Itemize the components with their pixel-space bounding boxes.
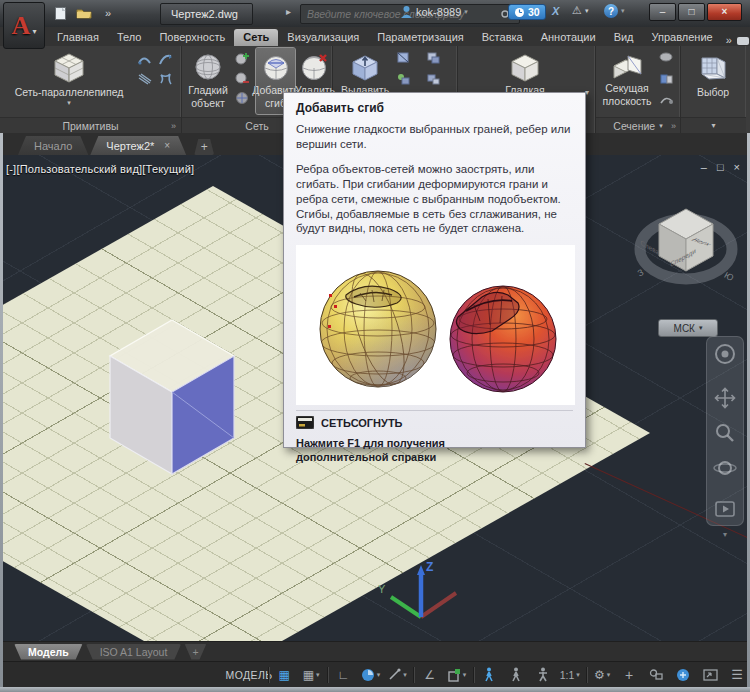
object-snap-tracking-toggle[interactable]: ∠ — [417, 665, 443, 685]
panel-selection: Выбор ▾ — [681, 46, 746, 133]
layout-tab-iso-a1[interactable]: ISO A1 Layout — [86, 644, 182, 660]
selection-button[interactable]: Выбор — [685, 48, 741, 114]
stay-connected-icon[interactable]: ⚠▾ — [572, 4, 588, 17]
panel-expand-icon[interactable]: » — [171, 121, 176, 131]
smooth-object-icon — [193, 52, 223, 82]
showmotion-icon[interactable] — [715, 501, 735, 521]
model-space-button[interactable]: МОДЕЛЬ — [233, 665, 265, 685]
section-expand-icon[interactable]: » — [671, 121, 676, 131]
exchange-apps-icon[interactable]: X — [552, 5, 559, 17]
orbit-icon[interactable] — [713, 457, 737, 483]
revolved-mesh-icon[interactable] — [136, 52, 153, 67]
add-crease-tooltip: Добавить сгиб Снижение гладкости выбранн… — [283, 92, 586, 448]
new-document-icon[interactable] — [50, 4, 70, 22]
file-tab-drawing2-active[interactable]: Чертеж2* × — [90, 136, 186, 155]
clock-icon — [514, 7, 525, 18]
ortho-mode-toggle[interactable]: ∟ — [330, 665, 356, 685]
isolate-objects-button[interactable] — [643, 665, 669, 685]
ribbon-tab-vstavka[interactable]: Вставка — [473, 29, 532, 46]
pan-icon[interactable] — [714, 387, 736, 413]
ribbon-tab-glavnaya[interactable]: Главная — [48, 29, 108, 46]
quick-access-more-icon[interactable]: » — [98, 4, 118, 22]
viewcube-wcs-button[interactable]: МСК ▾ — [658, 319, 718, 337]
help-button[interactable]: ? ▾ — [604, 4, 625, 18]
osnap-icon — [447, 668, 461, 682]
window-frame-bottom — [0, 687, 750, 692]
graphics-performance-button[interactable] — [670, 665, 696, 685]
application-menu-button[interactable]: A ▾ — [3, 2, 45, 49]
snap-mode-toggle[interactable]: ▦▾ — [298, 665, 324, 685]
file-tab-start[interactable]: Начало — [18, 136, 88, 155]
viewport-controls-label[interactable]: [-][Пользовательский вид][Текущий] — [6, 163, 194, 175]
isodraft-toggle[interactable]: ▾ — [357, 665, 383, 685]
mesh-box-solid[interactable] — [100, 315, 240, 485]
object-snap-toggle[interactable]: ▾ — [444, 665, 470, 685]
window-restore-button[interactable]: □ — [678, 3, 705, 21]
window-minimize-button[interactable]: – — [649, 3, 676, 21]
appmenu-dropdown-icon: ▾ — [32, 27, 36, 36]
signin-user[interactable]: kok-8989 ▾ — [400, 5, 468, 19]
annotation-visibility-toggle[interactable] — [476, 665, 502, 685]
steering-wheel-icon[interactable] — [714, 343, 736, 369]
ribbon-tab-upravlenie[interactable]: Управление — [643, 29, 722, 46]
refine-mesh-icon[interactable] — [234, 90, 251, 105]
ribbon-minimize-icon[interactable]: ▾ — [736, 36, 750, 46]
grid-display-toggle[interactable]: ▦ — [271, 665, 297, 685]
ribbon-tab-annotacii[interactable]: Аннотации — [532, 29, 605, 46]
polar-tracking-toggle[interactable]: ▾ — [384, 665, 410, 685]
ribbon-tab-parametrizaciya[interactable]: Параметризация — [368, 29, 472, 46]
section-block-icon[interactable] — [658, 71, 675, 86]
annotation-scale-button[interactable]: 1:1▾ — [557, 665, 583, 685]
vp-close-icon[interactable]: × — [734, 161, 740, 173]
ribbon-tab-set-active[interactable]: Сеть — [234, 29, 278, 46]
clean-screen-button[interactable] — [697, 665, 723, 685]
user-icon — [400, 5, 413, 19]
file-tab-close-icon[interactable]: × — [164, 140, 170, 151]
panel-label-section[interactable]: Сечение ▾ » — [596, 117, 680, 133]
smooth-object-button[interactable]: Гладкийобъект — [184, 48, 232, 114]
panel-primitives: Сеть-параллелепипед ▾ Примитивы » — [0, 46, 182, 133]
annotation-scale-man-icon[interactable] — [530, 665, 556, 685]
annotation-autoscale-toggle[interactable] — [503, 665, 529, 685]
smooth-less-icon[interactable] — [234, 70, 251, 85]
panel-section: Секущаяплоскость Сечение ▾ » — [596, 46, 681, 133]
doc-title-arrow-icon[interactable]: ▸ — [286, 6, 291, 17]
remove-crease-icon — [300, 52, 330, 82]
workspace-switching-button[interactable]: ⚙▾ — [589, 665, 615, 685]
navbar-dropdown-icon[interactable]: ▾ — [723, 530, 727, 539]
close-hole-icon[interactable] — [425, 50, 442, 65]
wcs-dropdown-icon: ▾ — [699, 324, 703, 332]
open-folder-icon[interactable] — [74, 4, 94, 22]
panel-label-primitives[interactable]: Примитивы » — [0, 117, 181, 133]
merge-face-icon[interactable] — [395, 71, 412, 86]
layout-tab-model[interactable]: Модель — [14, 644, 83, 660]
ribbon-tab-vizualizaciya[interactable]: Визуализация — [278, 29, 368, 46]
vp-restore-icon[interactable]: □ — [717, 161, 724, 173]
window-close-button[interactable]: × — [707, 3, 742, 21]
vp-minimize-icon[interactable]: – — [701, 161, 707, 173]
trial-days-badge[interactable]: 30 — [508, 4, 546, 20]
new-layout-button[interactable]: + — [184, 644, 206, 660]
section-plane-button[interactable]: Секущаяплоскость — [598, 48, 656, 114]
panel-label-selection[interactable]: ▾ — [681, 117, 746, 133]
section-live-icon[interactable] — [658, 50, 675, 65]
ribbon-tab-telo[interactable]: Тело — [108, 29, 151, 46]
section-settings-icon[interactable] — [658, 92, 675, 107]
ribbon-tabs-overflow-icon[interactable]: » — [726, 34, 732, 46]
smooth-more-icon[interactable] — [234, 50, 251, 65]
tabulated-mesh-icon[interactable] — [157, 71, 174, 86]
ribbon-tab-poverhnost[interactable]: Поверхность — [150, 29, 234, 46]
ruled-mesh-icon[interactable] — [136, 71, 153, 86]
ribbon-tab-vid[interactable]: Вид — [605, 29, 643, 46]
ucs-icon[interactable]: Z Y — [370, 555, 470, 641]
annotation-monitor-button[interactable]: + — [616, 665, 642, 685]
mesh-box-button[interactable]: Сеть-параллелепипед ▾ — [6, 48, 132, 114]
viewcube[interactable]: З Ю Верх Слева Спереди МСК ▾ — [630, 183, 742, 343]
split-face-icon[interactable] — [395, 50, 412, 65]
status-bar: МОДЕЛЬ ▦ ▦▾ ∟ ▾ ▾ ∠ ▾ 1:1▾ — [0, 661, 750, 687]
edge-mesh-icon[interactable] — [157, 52, 174, 67]
yellow-crease-sphere — [320, 268, 436, 391]
zoom-icon[interactable] — [714, 422, 736, 448]
spin-edge-icon[interactable] — [425, 71, 442, 86]
new-drawing-tab-button[interactable]: + — [194, 139, 214, 155]
